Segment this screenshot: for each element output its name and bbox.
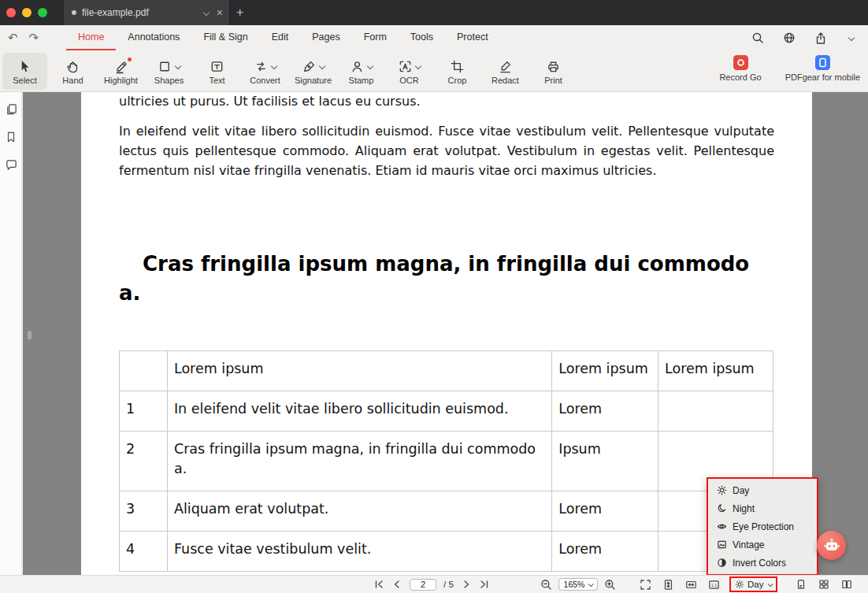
tab-fill-sign[interactable]: Fill & Sign [191,25,259,50]
select-tool-button[interactable]: Select [2,53,47,90]
scrollbar-handle[interactable] [28,331,32,339]
zoom-window-button[interactable] [38,8,47,17]
table-cell: 3 [120,491,168,531]
menubar: ↶ ↷ Home Annotations Fill & Sign Edit Pa… [0,25,868,50]
single-page-view-icon[interactable] [796,579,807,590]
fullscreen-icon[interactable] [640,579,651,591]
stamp-tool-button[interactable]: Stamp [339,53,384,90]
menu-item-label: Eye Protection [733,521,794,532]
record-button[interactable]: Record Go [719,55,761,82]
search-icon[interactable] [751,32,764,44]
view-mode-popup: Day Night Eye Protection Vintage Invert … [707,477,818,576]
view-mode-dropdown[interactable]: Day [729,576,777,592]
thumbnails-icon[interactable] [0,99,22,120]
signature-pen-icon [302,57,325,75]
grid-view-icon[interactable] [818,579,829,590]
pdf-page[interactable]: ultricies ut purus. Ut facilisis et lacu… [81,92,812,575]
tab-form[interactable]: Form [352,25,399,50]
doc-table-header-row: Lorem ipsumLorem ipsumLorem ipsum [120,350,773,391]
dual-page-view-icon[interactable] [841,579,852,590]
tool-label: Shapes [154,76,184,85]
document-tab[interactable]: file-example.pdf × [63,0,230,25]
notification-dot [128,57,132,61]
page-number-input[interactable] [410,579,436,591]
menu-item-night[interactable]: Night [708,499,817,517]
new-tab-button[interactable]: + [236,4,243,21]
actual-size-icon[interactable]: 1:1 [708,579,720,591]
tool-label: Print [544,76,562,85]
tab-pages[interactable]: Pages [300,25,351,50]
mobile-label: PDFgear for mobile [785,72,860,82]
highlight-tool-button[interactable]: Highlight [98,53,143,90]
hand-icon [65,57,80,75]
menu-item-vintage[interactable]: Vintage [708,536,817,554]
zoom-out-icon[interactable] [540,579,552,591]
tab-home[interactable]: Home [66,25,116,50]
ribbon-right: Record Go PDFgear for mobile [719,55,860,82]
layout-buttons [796,576,852,593]
print-icon [546,57,561,75]
minimize-window-button[interactable] [22,8,32,17]
crop-tool-button[interactable]: Crop [435,53,480,90]
left-panel-bar [0,92,22,575]
window-controls [6,8,47,17]
menu-item-label: Night [733,503,755,514]
translate-icon[interactable] [783,32,796,44]
ai-assistant-button[interactable] [817,531,846,560]
hand-tool-button[interactable]: Hand [50,53,95,90]
share-icon[interactable] [814,32,827,45]
record-label: Record Go [719,72,761,82]
tab-edit[interactable]: Edit [260,25,301,50]
tab-protect[interactable]: Protect [445,25,500,50]
menu-item-label: Vintage [733,539,764,550]
table-cell: In eleifend velit vitae libero sollicitu… [167,391,551,431]
table-cell: Aliquam erat volutpat. [167,491,551,531]
next-page-button[interactable] [461,579,472,590]
ribbon-tabs: Home Annotations Fill & Sign Edit Pages … [66,25,500,50]
fit-page-icon[interactable] [662,579,674,591]
bookmark-icon[interactable] [0,127,22,147]
fit-width-icon[interactable] [685,579,697,591]
redact-tool-button[interactable]: Redact [483,53,528,90]
ocr-tool-button[interactable]: OCR [387,53,432,90]
convert-tool-button[interactable]: Convert [243,53,287,90]
zoom-level-dropdown[interactable]: 165% [558,578,598,591]
last-page-button[interactable] [479,579,490,590]
table-row: 2Cras fringilla ipsum magna, in fringill… [120,431,773,491]
menu-item-day[interactable]: Day [708,481,817,499]
robot-icon [823,537,840,554]
tab-annotations[interactable]: Annotations [116,25,191,50]
tool-label: OCR [399,76,418,85]
menu-item-eye-protection[interactable]: Eye Protection [708,517,817,536]
table-row: 4Fusce vitae vestibulum velit.Lorem [120,531,773,571]
print-tool-button[interactable]: Print [531,53,576,90]
tab-tools[interactable]: Tools [399,25,445,50]
close-window-button[interactable] [6,8,16,17]
shapes-tool-button[interactable]: Shapes [147,53,191,90]
redo-icon[interactable]: ↷ [29,31,39,45]
titlebar: file-example.pdf × + [0,0,868,25]
redact-marker-icon [498,57,513,75]
tab-chevron-down-icon[interactable] [203,9,210,16]
comments-icon[interactable] [0,154,22,175]
tab-close-icon[interactable]: × [217,6,223,19]
text-tool-button[interactable]: Text [195,53,239,90]
zoom-in-icon[interactable] [604,579,616,591]
previous-page-button[interactable] [391,579,402,590]
vintage-icon [717,539,727,550]
mobile-app-icon [815,55,830,70]
tool-label: Stamp [349,76,374,85]
table-cell: Ipsum [552,431,658,491]
menu-item-invert-colors[interactable]: Invert Colors [708,554,817,572]
table-cell: Lorem [552,531,658,571]
shapes-icon [158,57,180,75]
page-text-partial: ultricies ut purus. Ut facilisis et lacu… [119,93,774,109]
page-navigation: / 5 [373,576,490,593]
collapse-ribbon-chevron-icon[interactable] [848,35,855,41]
tool-label: Crop [448,76,467,85]
pdfgear-mobile-button[interactable]: PDFgear for mobile [785,55,860,82]
first-page-button[interactable] [373,579,384,590]
undo-icon[interactable]: ↶ [8,31,18,45]
eye-icon [717,521,727,532]
signature-tool-button[interactable]: Signature [291,53,336,90]
